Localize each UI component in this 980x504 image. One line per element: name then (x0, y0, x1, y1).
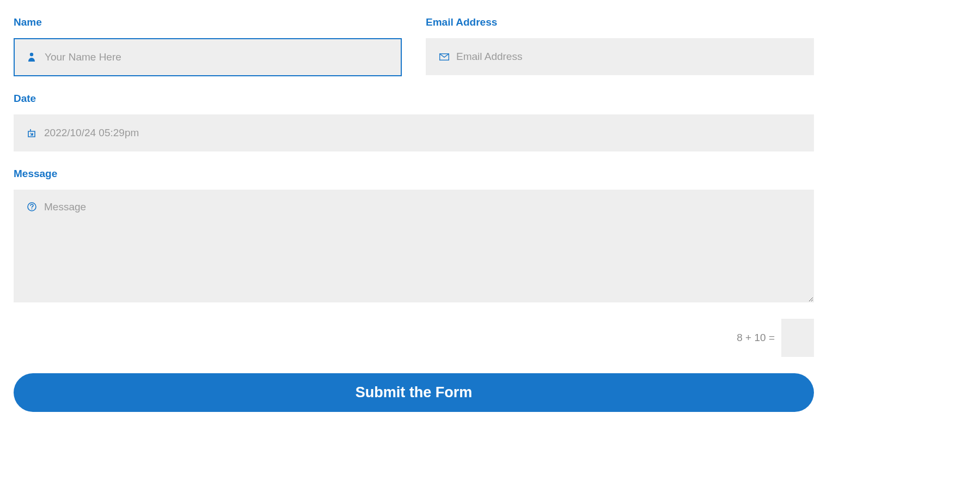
name-label: Name (14, 16, 402, 28)
message-row: Message (14, 168, 814, 302)
date-label: Date (14, 93, 814, 105)
email-label: Email Address (426, 16, 814, 28)
name-input[interactable] (15, 39, 401, 75)
captcha-question: 8 + 10 = (737, 332, 775, 344)
name-field-group: Name (14, 16, 402, 76)
captcha-row: 8 + 10 = (14, 319, 814, 357)
message-textarea[interactable] (14, 190, 813, 302)
submit-button[interactable]: Submit the Form (14, 373, 814, 412)
email-input[interactable] (426, 39, 813, 75)
email-input-wrap (426, 38, 814, 75)
captcha-input[interactable] (781, 319, 814, 357)
name-input-wrap (14, 38, 402, 76)
email-field-group: Email Address (426, 16, 814, 76)
date-row: Date (14, 93, 814, 151)
name-email-row: Name Email Address (14, 16, 814, 76)
message-label: Message (14, 168, 814, 180)
date-input-wrap (14, 114, 814, 151)
contact-form: Name Email Address (14, 16, 814, 412)
message-field-group: Message (14, 168, 814, 302)
message-input-wrap (14, 190, 814, 302)
date-input[interactable] (14, 115, 813, 151)
date-field-group: Date (14, 93, 814, 151)
